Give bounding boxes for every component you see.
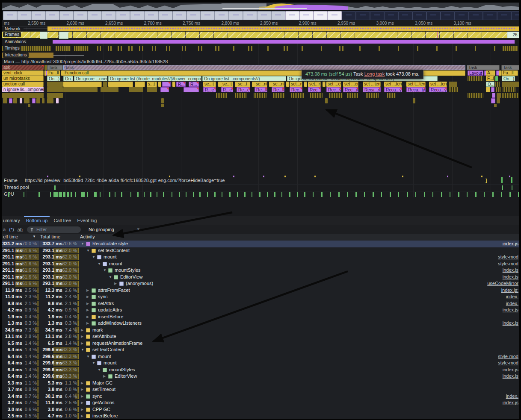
flame-segment[interactable]: s...t: [147, 82, 157, 87]
expander-icon[interactable]: ▼: [86, 353, 90, 360]
flame-segment[interactable]: O...: [486, 82, 494, 87]
flame-segment[interactable]: [497, 93, 501, 98]
table-row[interactable]: 4.2 ms0.9 %4.2 ms0.9 %▶updateAttrsindex.…: [2, 307, 519, 314]
flame-segment[interactable]: [235, 93, 247, 98]
source-link[interactable]: useCodeMirror: [487, 280, 518, 287]
flame-segment[interactable]: A...: [486, 70, 495, 76]
flame-segment[interactable]: [502, 82, 519, 87]
network-activity-bar[interactable]: [47, 26, 519, 31]
flame-segment[interactable]: [310, 93, 323, 98]
flame-segment[interactable]: [184, 87, 199, 92]
flame-segment[interactable]: [47, 82, 63, 87]
table-row[interactable]: 291.1 ms61.6 %293.1 ms62.0 %▼EditorViewi…: [2, 274, 519, 281]
flame-segment[interactable]: [3, 98, 7, 103]
table-row[interactable]: 6.4 ms1.4 %299.6 ms63.3 %▶EditorViewinde…: [2, 373, 519, 380]
flame-segment[interactable]: Reca...yle: [429, 87, 447, 92]
filmstrip-thumbnail[interactable]: [130, 11, 144, 20]
table-row[interactable]: 291.1 ms61.6 %293.1 ms62.0 %▼mountstyle-…: [2, 254, 519, 261]
flame-segment[interactable]: [47, 87, 63, 92]
flame-segment[interactable]: [494, 104, 497, 107]
expander-icon[interactable]: ▶: [81, 340, 83, 347]
expander-icon[interactable]: ▼: [81, 241, 84, 247]
expander-icon[interactable]: ▼: [92, 360, 95, 367]
flame-segment[interactable]: se...t: [237, 82, 250, 87]
match-whole-word-icon[interactable]: ab: [18, 227, 23, 232]
table-row[interactable]: 1.3 ms0.3 %1.3 ms0.3 %▶addWindowListener…: [2, 320, 519, 327]
table-row[interactable]: 9.8 ms2.1 %9.8 ms2.1 %▶setAttrsindex.: [2, 300, 519, 307]
expander-icon[interactable]: ▶: [81, 327, 83, 334]
source-link[interactable]: index.js: [503, 399, 518, 406]
filmstrip-thumbnail[interactable]: [229, 11, 243, 20]
flame-segment[interactable]: se...nt: [272, 82, 284, 87]
flame-segment[interactable]: se...t: [203, 82, 216, 87]
table-row[interactable]: 3.7 ms0.8 %3.8 ms0.8 %▶setTimeout: [2, 386, 519, 393]
grouping-select[interactable]: No grouping: [89, 227, 114, 232]
flame-segment[interactable]: [286, 82, 289, 87]
flame-segment[interactable]: Rec...le: [290, 87, 302, 92]
table-row[interactable]: 34.6 ms7.3 %34.9 ms7.4 %▶mark: [2, 327, 519, 334]
filmstrip-thumbnail[interactable]: [497, 11, 511, 20]
flame-segment[interactable]: R...e: [221, 87, 233, 92]
flame-segment[interactable]: R...e: [203, 87, 216, 92]
expander-icon[interactable]: ▼: [81, 347, 84, 353]
filmstrip-thumbnail[interactable]: [356, 11, 370, 20]
source-link[interactable]: index.js: [503, 320, 518, 327]
flame-segment[interactable]: [497, 98, 500, 103]
sort-desc-icon[interactable]: ▼: [33, 235, 36, 238]
flame-segment[interactable]: [254, 93, 266, 98]
frame-block[interactable]: [59, 32, 68, 39]
flame-segment[interactable]: Rec...yle: [343, 87, 358, 92]
flame-segment[interactable]: Layout: [468, 70, 483, 76]
flame-segment[interactable]: On ignore list...components\/): [202, 76, 286, 81]
source-link[interactable]: style-mod: [498, 360, 518, 367]
filmstrip-thumbnail[interactable]: [144, 11, 158, 20]
source-link[interactable]: index.js: [503, 307, 518, 314]
flame-segment[interactable]: [162, 82, 171, 87]
filmstrip-thumbnail[interactable]: [74, 11, 88, 20]
flame-segment[interactable]: Reca...tyle: [406, 87, 426, 92]
filmstrip-thumbnail[interactable]: [370, 11, 384, 20]
table-row[interactable]: 13.1 ms2.8 %13.1 ms2.8 %▶setAttribute: [2, 333, 519, 340]
filmstrip-thumbnail[interactable]: [483, 11, 497, 20]
flame-segment[interactable]: [329, 93, 343, 98]
flame-segment[interactable]: Re...le: [255, 87, 267, 92]
flame-segment[interactable]: On ignore ...onents\/): [74, 76, 107, 81]
filter-input[interactable]: Filter: [27, 226, 81, 233]
thread-pool-section[interactable]: Thread pool: [2, 184, 519, 191]
flame-segment[interactable]: [28, 104, 30, 107]
timeline-ruler[interactable]: ms2,550 ms2,600 ms2,650 ms2,700 ms2,750 …: [2, 20, 519, 26]
source-link[interactable]: index.js: [503, 267, 518, 274]
flame-segment[interactable]: [216, 93, 227, 98]
flame-segment[interactable]: [36, 98, 40, 103]
flame-segment[interactable]: [42, 98, 44, 103]
bottom-up-table[interactable]: 331.2 ms70.0 %333.7 ms70.6 %▼Recalculate…: [2, 241, 519, 419]
flame-segment[interactable]: Rec...le: [308, 87, 321, 92]
frame-duration-badge[interactable]: 26.9 ms: [507, 32, 519, 38]
filmstrip-thumbnail[interactable]: [102, 11, 116, 20]
source-link[interactable]: index.: [506, 393, 518, 400]
expander-icon[interactable]: ▼: [92, 254, 95, 261]
flame-segment[interactable]: [347, 93, 358, 98]
flame-segment[interactable]: set ...ent: [326, 82, 341, 87]
source-link[interactable]: index.js:: [501, 287, 518, 294]
frames-bar[interactable]: [2, 32, 507, 38]
flame-segment[interactable]: Task: [501, 65, 519, 70]
source-link[interactable]: index.js: [503, 241, 518, 247]
flame-segment[interactable]: [32, 98, 36, 103]
flame-segment[interactable]: On...): [502, 76, 515, 81]
table-row[interactable]: 6.4 ms1.4 %299.6 ms63.3 %▼mountstyle-mod: [2, 353, 519, 360]
frames-track[interactable]: 26.9 ms Frames: [2, 32, 519, 38]
filmstrip-thumbnail[interactable]: [426, 11, 441, 20]
match-case-icon[interactable]: a: [3, 227, 6, 232]
filmstrip-thumbnail[interactable]: [412, 11, 426, 20]
flame-segment[interactable]: [56, 98, 59, 103]
animations-bar[interactable]: [53, 40, 515, 44]
gpu-section[interactable]: GPU: [2, 191, 519, 198]
flame-segment[interactable]: [413, 98, 415, 103]
flame-segment[interactable]: Reca...yle: [384, 87, 402, 92]
flame-segment[interactable]: [47, 93, 63, 98]
flame-segment[interactable]: se...nt: [255, 82, 267, 87]
flame-segment[interactable]: [468, 93, 483, 98]
flame-segment[interactable]: set ...tent: [363, 82, 381, 87]
flame-segment[interactable]: set...nt: [308, 82, 321, 87]
